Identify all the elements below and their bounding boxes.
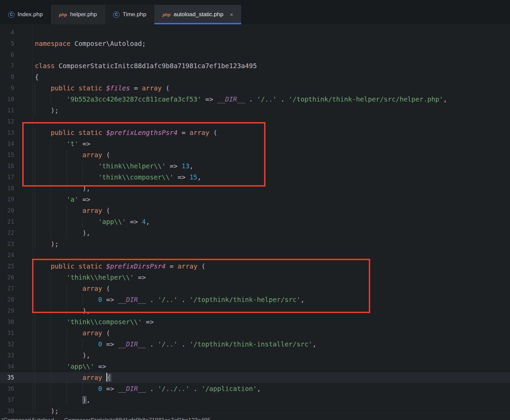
tab-Index.php[interactable]: CIndex.php	[0, 5, 51, 24]
tab-label: helper.php	[70, 11, 97, 18]
code-text[interactable]: array (	[32, 372, 111, 383]
code-text[interactable]: array (	[32, 283, 110, 294]
line-number[interactable]: 25	[0, 261, 32, 272]
breadcrumb-item[interactable]: ComposerStaticInitc88d1afc9b8a71981ca7ef…	[64, 417, 211, 420]
code-text[interactable]: namespace Composer\Autoload;	[32, 38, 146, 49]
indent-guide	[67, 216, 67, 227]
line-number[interactable]: 29	[0, 305, 32, 316]
line-number[interactable]: 5	[0, 38, 32, 49]
code-text[interactable]: ),	[32, 183, 90, 194]
code-text[interactable]: 't' =>	[32, 138, 90, 149]
line-number[interactable]: 8	[0, 72, 32, 83]
line-number[interactable]: 20	[0, 205, 32, 216]
code-text[interactable]: ),	[32, 394, 90, 405]
line-number[interactable]: 13	[0, 127, 32, 138]
code-text[interactable]: '9b552a3cc426e3287cc811caefa3cf53' => __…	[32, 94, 447, 105]
line-number[interactable]: 4	[0, 27, 32, 38]
token-kw: static	[78, 84, 102, 92]
breadcrumb-item[interactable]: \Composer\Autoload	[2, 417, 54, 420]
token-pl: =>	[126, 218, 142, 226]
code-text[interactable]	[32, 116, 35, 127]
code-text[interactable]: 'think\\helper\\' => 13,	[32, 161, 194, 172]
token-pl: );	[35, 240, 58, 248]
token-pl	[35, 151, 82, 159]
code-text[interactable]: ),	[32, 305, 90, 316]
line-number[interactable]: 12	[0, 116, 32, 127]
line-number[interactable]: 17	[0, 172, 32, 183]
code-text[interactable]	[32, 49, 35, 60]
indent-guide	[67, 183, 67, 194]
code-text[interactable]: 0 => __DIR__ . '/../..' . '/application'…	[32, 383, 261, 394]
line-number[interactable]: 9	[0, 83, 32, 94]
code-text[interactable]: 0 => __DIR__ . '/..' . '/topthink/think-…	[32, 339, 316, 350]
line-number[interactable]: 19	[0, 194, 32, 205]
code-text[interactable]: class ComposerStaticInitc88d1afc9b8a7198…	[32, 60, 257, 72]
token-kw: static	[78, 129, 102, 137]
code-line-37: 37 ),	[0, 394, 510, 405]
line-number[interactable]: 18	[0, 183, 32, 194]
code-text[interactable]: 'think\\composer\\' => 15,	[32, 172, 201, 183]
code-text[interactable]: ),	[32, 350, 90, 361]
line-number[interactable]: 30	[0, 316, 32, 328]
line-number[interactable]: 6	[0, 49, 32, 60]
line-number[interactable]: 15	[0, 149, 32, 161]
line-number[interactable]: 28	[0, 294, 32, 305]
token-kw: static	[78, 262, 102, 270]
code-text[interactable]: public static $files = array (	[32, 83, 170, 94]
code-text[interactable]: ),	[32, 227, 90, 239]
code-text[interactable]: 'app\\' => 4,	[32, 216, 150, 227]
code-text[interactable]: 0 => __DIR__ . '/..' . '/topthink/think-…	[32, 294, 304, 305]
token-str: 'think\\composer\\'	[67, 318, 142, 326]
line-number[interactable]: 11	[0, 105, 32, 116]
line-number[interactable]: 33	[0, 350, 32, 361]
line-number[interactable]: 26	[0, 272, 32, 283]
code-text[interactable]: public static $prefixLengthsPsr4 = array…	[32, 127, 217, 138]
indent-guide	[51, 383, 51, 394]
line-number[interactable]: 37	[0, 394, 32, 405]
tab-autoload_static.php[interactable]: phpautoload_static.php×	[154, 5, 241, 24]
code-text[interactable]: array (	[32, 205, 110, 216]
line-number[interactable]: 22	[0, 227, 32, 239]
token-pl: ),	[35, 307, 90, 315]
line-number[interactable]: 21	[0, 216, 32, 227]
line-number[interactable]: 36	[0, 383, 32, 394]
line-number[interactable]: 7	[0, 60, 32, 72]
line-number[interactable]: 23	[0, 239, 32, 250]
tab-helper.php[interactable]: phphelper.php	[51, 5, 105, 24]
token-pl: ),	[35, 229, 90, 237]
code-text[interactable]: );	[32, 239, 58, 250]
line-number[interactable]: 10	[0, 94, 32, 105]
code-editor[interactable]: 45namespace Composer\Autoload;67class Co…	[0, 24, 510, 420]
token-kw: public	[51, 129, 74, 137]
code-lines: 45namespace Composer\Autoload;67class Co…	[0, 27, 510, 417]
line-number[interactable]: 34	[0, 361, 32, 372]
code-text[interactable]: 'think\\composer\\' =>	[32, 316, 154, 328]
token-pl	[74, 129, 78, 137]
token-kw: array	[82, 329, 102, 337]
line-number[interactable]: 16	[0, 161, 32, 172]
code-text[interactable]: public static $prefixDirsPsr4 = array (	[32, 261, 205, 272]
code-text[interactable]: array (	[32, 149, 110, 161]
code-text[interactable]	[32, 27, 35, 38]
tab-Time.php[interactable]: CTime.php	[105, 5, 154, 24]
gutter-separator	[32, 24, 33, 420]
code-line-21: 21 'app\\' => 4,	[0, 216, 510, 227]
indent-guide	[51, 339, 51, 350]
code-text[interactable]: {	[32, 72, 39, 83]
line-number[interactable]: 31	[0, 328, 32, 339]
line-number[interactable]: 24	[0, 250, 32, 261]
code-text[interactable]: 'a' =>	[32, 194, 90, 205]
line-number[interactable]: 14	[0, 138, 32, 149]
code-text[interactable]: array (	[32, 328, 110, 339]
indent-guide	[51, 372, 51, 383]
code-line-14: 14 't' =>	[0, 138, 510, 149]
line-number[interactable]: 32	[0, 339, 32, 350]
code-text[interactable]: 'app\\' =>	[32, 361, 106, 372]
token-var: $prefixDirsPsr4	[106, 262, 165, 270]
code-text[interactable]	[32, 250, 35, 261]
line-number[interactable]: 35	[0, 372, 32, 383]
code-text[interactable]: );	[32, 105, 58, 116]
line-number[interactable]: 27	[0, 283, 32, 294]
close-tab-icon[interactable]: ×	[230, 12, 233, 18]
code-text[interactable]: 'think\\helper\\' =>	[32, 272, 146, 283]
